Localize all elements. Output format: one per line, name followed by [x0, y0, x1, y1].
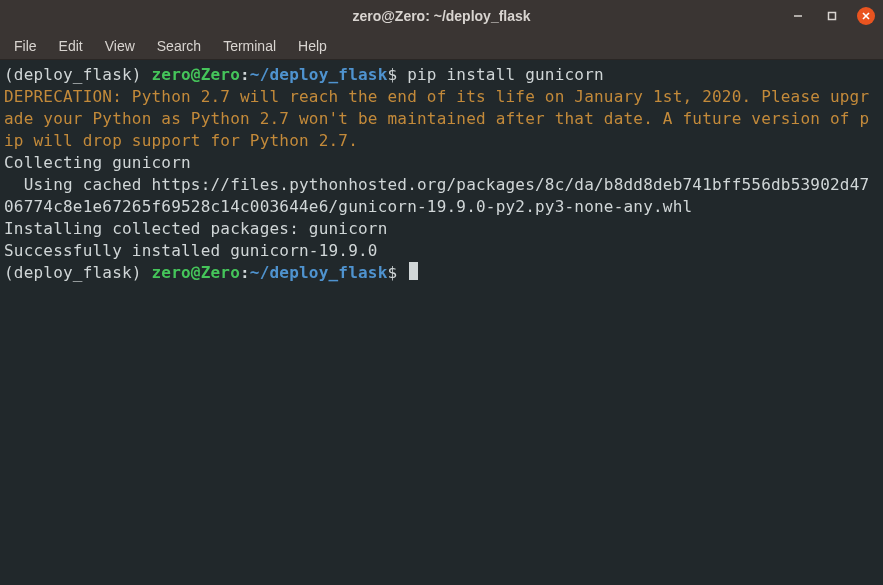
- prompt-dollar: $: [388, 65, 408, 84]
- prompt-dollar: $: [388, 263, 408, 282]
- deprecation-warning: DEPRECATION: Python 2.7 will reach the e…: [4, 87, 869, 150]
- minimize-button[interactable]: [789, 7, 807, 25]
- cursor: [409, 262, 418, 280]
- menu-file[interactable]: File: [4, 35, 47, 57]
- close-button[interactable]: [857, 7, 875, 25]
- output-line: Successfully installed gunicorn-19.9.0: [4, 241, 378, 260]
- menu-help[interactable]: Help: [288, 35, 337, 57]
- prompt-colon: :: [240, 65, 250, 84]
- terminal-area[interactable]: (deploy_flask) zero@Zero:~/deploy_flask$…: [0, 60, 883, 290]
- prompt-venv: (deploy_flask): [4, 263, 152, 282]
- prompt-colon: :: [240, 263, 250, 282]
- titlebar: zero@Zero: ~/deploy_flask: [0, 0, 883, 32]
- maximize-button[interactable]: [823, 7, 841, 25]
- command-text: pip install gunicorn: [407, 65, 604, 84]
- prompt-user: zero@Zero: [152, 263, 241, 282]
- prompt-path: ~/deploy_flask: [250, 65, 388, 84]
- menu-terminal[interactable]: Terminal: [213, 35, 286, 57]
- prompt-venv: (deploy_flask): [4, 65, 152, 84]
- output-line: Installing collected packages: gunicorn: [4, 219, 387, 238]
- output-line: Collecting gunicorn: [4, 153, 191, 172]
- window-title: zero@Zero: ~/deploy_flask: [0, 8, 883, 24]
- menu-search[interactable]: Search: [147, 35, 211, 57]
- prompt-path: ~/deploy_flask: [250, 263, 388, 282]
- output-line: Using cached https://files.pythonhosted.…: [4, 175, 869, 216]
- menu-view[interactable]: View: [95, 35, 145, 57]
- menu-edit[interactable]: Edit: [49, 35, 93, 57]
- window-controls: [789, 7, 875, 25]
- prompt-user: zero@Zero: [152, 65, 241, 84]
- menubar: File Edit View Search Terminal Help: [0, 32, 883, 60]
- svg-rect-1: [829, 13, 836, 20]
